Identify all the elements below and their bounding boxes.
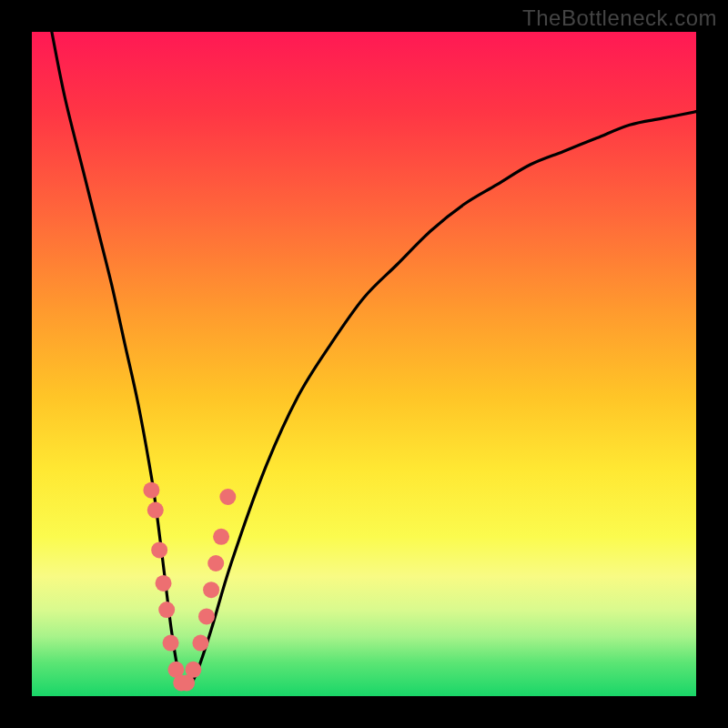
curve-marker [207,555,224,571]
curve-marker [143,482,159,499]
curve-marker [213,529,229,545]
curve-marker [151,541,167,558]
bottleneck-curve [52,32,696,684]
curve-layer [32,32,696,696]
curve-marker [192,635,208,652]
curve-marker [147,502,164,519]
curve-marker [198,608,215,624]
plot-area [32,32,696,696]
chart-frame: TheBottleneck.com [0,0,728,728]
curve-marker [219,489,236,505]
curve-marker [185,662,201,678]
curve-marker [158,602,175,618]
watermark-text: TheBottleneck.com [522,5,717,31]
curve-marker [156,575,172,592]
curve-marker [203,581,219,598]
marker-group [143,482,236,692]
curve-marker [163,635,179,652]
